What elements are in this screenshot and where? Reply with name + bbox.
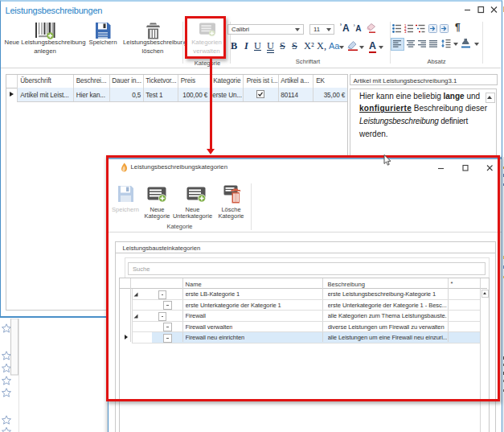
svg-text:3: 3	[404, 30, 407, 33]
